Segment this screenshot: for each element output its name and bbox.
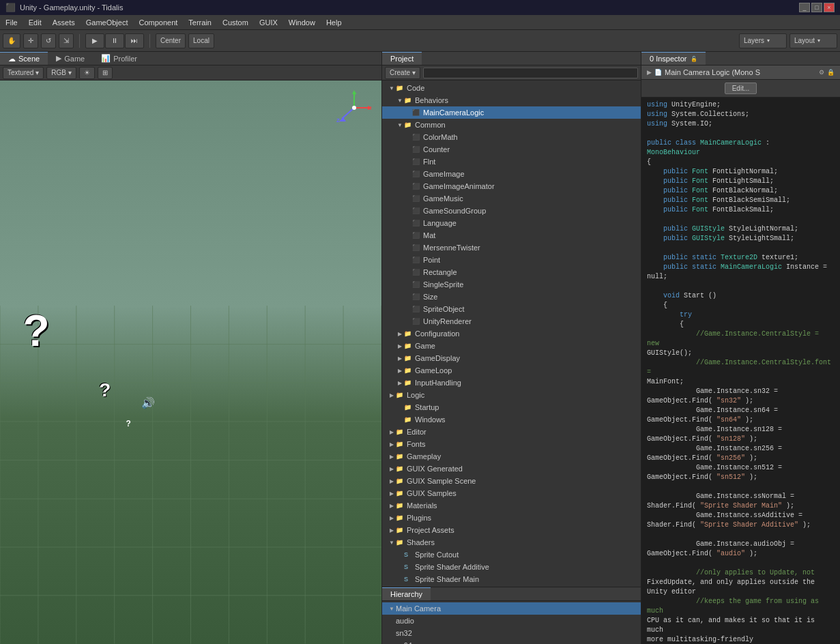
tree-guixSamples[interactable]: ▶ 📁 GUIX Samples [382, 487, 641, 499]
tree-spriteShaderAdditive[interactable]: ▶ S Sprite Shader Additive [382, 561, 641, 573]
code-line-27: //Game.Instance.CentralStyle.font = [647, 358, 835, 377]
scale-tool-btn[interactable]: ⇲ [59, 33, 74, 48]
tree-gameImage[interactable]: ▶ ⬛ GameImage [382, 168, 641, 180]
inputHandling-expand-icon: ▶ [396, 380, 404, 386]
menu-window[interactable]: Window [283, 15, 321, 29]
hierarchy-sn64[interactable]: sn64 [382, 639, 641, 644]
tree-mat[interactable]: ▶ ⬛ Mat [382, 229, 641, 241]
code-line-13 [647, 215, 835, 224]
tree-spriteCutout[interactable]: ▶ S Sprite Cutout [382, 548, 641, 561]
pause-btn[interactable]: ⏸ [105, 33, 124, 48]
menu-custom[interactable]: Custom [217, 15, 254, 29]
tree-guixSampleScene[interactable]: ▶ 📁 GUIX Sample Scene [382, 475, 641, 487]
tree-common[interactable]: ▼ 📁 Common [382, 119, 641, 131]
scene-canvas[interactable]: ? ? ? 🔊 [0, 80, 381, 644]
rotate-tool-btn[interactable]: ↺ [41, 33, 56, 48]
edit-btn[interactable]: Edit... [725, 83, 757, 94]
tree-singleSprite[interactable]: ▶ ⬛ SingleSprite [382, 278, 641, 291]
tab-profiler[interactable]: 📊 Profiler [93, 52, 145, 65]
tree-spriteShaderMain[interactable]: ▶ S Sprite Shader Main [382, 573, 641, 585]
tree-gameDisplay[interactable]: ▶ 📁 GameDisplay [382, 352, 641, 364]
minimize-btn[interactable]: _ [799, 3, 810, 12]
tree-point[interactable]: ▶ ⬛ Point [382, 254, 641, 266]
close-btn[interactable]: × [824, 3, 835, 12]
create-btn[interactable]: Create ▾ [385, 67, 420, 79]
menu-guix[interactable]: GUIX [254, 15, 283, 29]
tree-unityRenderer[interactable]: ▶ ⬛ UnityRenderer [382, 315, 641, 327]
inspector-lock-icon[interactable]: 🔓 [691, 56, 697, 62]
layers-dropdown[interactable]: Layers ▾ [739, 33, 787, 48]
tree-spriteObject[interactable]: ▶ ⬛ SpriteObject [382, 303, 641, 315]
tree-logic[interactable]: ▶ 📁 Logic [382, 389, 641, 401]
tab-hierarchy[interactable]: Hierarchy [382, 587, 431, 600]
game-icon: ▶ [56, 54, 61, 63]
tree-shaders[interactable]: ▼ 📁 Shaders [382, 536, 641, 548]
tree-gameLoop[interactable]: ▶ 📁 GameLoop [382, 364, 641, 377]
gameplay-folder-icon: 📁 [396, 453, 405, 460]
tree-code[interactable]: ▼ 📁 Code [382, 82, 641, 94]
project-tab-label: Project [390, 55, 414, 63]
layout-dropdown[interactable]: Layout ▾ [790, 33, 837, 48]
move-tool-btn[interactable]: ✛ [23, 33, 38, 48]
code-line-15: public GUIStyle StyleLightSmall; [647, 234, 835, 244]
tree-counter[interactable]: ▶ ⬛ Counter [382, 143, 641, 156]
hand-tool-btn[interactable]: ✋ [3, 33, 20, 48]
gameImage-label: GameImage [423, 170, 465, 178]
tree-colorMath[interactable]: ▶ ⬛ ColorMath [382, 131, 641, 143]
tree-rectangle[interactable]: ▶ ⬛ Rectangle [382, 266, 641, 278]
code-line-12: public Font FontBlackSmall; [647, 205, 835, 215]
tree-plugins[interactable]: ▶ 📁 Plugins [382, 512, 641, 524]
edit-btn-container: Edit... [641, 80, 840, 98]
maximize-btn[interactable]: □ [811, 3, 822, 12]
color-space-btn[interactable]: RGB ▾ [46, 67, 76, 79]
project-search[interactable] [423, 68, 638, 78]
tree-gameplay[interactable]: ▶ 📁 Gameplay [382, 450, 641, 463]
menu-edit[interactable]: Edit [23, 15, 47, 29]
tree-projectAssets[interactable]: ▶ 📁 Project Assets [382, 524, 641, 536]
tree-guixGenerated[interactable]: ▶ 📁 GUIX Generated [382, 463, 641, 475]
hierarchy-mainCamera[interactable]: ▼ Main Camera [382, 602, 641, 615]
tree-behaviors[interactable]: ▼ 📁 Behaviors [382, 94, 641, 106]
menu-file[interactable]: File [0, 15, 23, 29]
step-btn[interactable]: ⏭ [125, 33, 144, 48]
tree-configuration[interactable]: ▶ 📁 Configuration [382, 327, 641, 340]
grid-toggle[interactable]: ⊞ [98, 67, 113, 79]
play-btn[interactable]: ▶ [85, 33, 104, 48]
color-space-label: RGB [51, 69, 66, 76]
menu-gameobject[interactable]: GameObject [81, 15, 134, 29]
local-btn[interactable]: Local [188, 33, 214, 48]
lighting-toggle[interactable]: ☀ [79, 67, 95, 79]
counter-label: Counter [423, 145, 450, 153]
tab-game[interactable]: ▶ Game [48, 52, 93, 65]
tree-gameMusic[interactable]: ▶ ⬛ GameMusic [382, 192, 641, 205]
tree-fonts[interactable]: ▶ 📁 Fonts [382, 438, 641, 450]
tab-inspector[interactable]: 0 Inspector 🔓 [641, 52, 706, 65]
tree-mainCameraLogic[interactable]: ▶ ⬛ MainCameraLogic [382, 106, 641, 119]
tab-project[interactable]: Project [382, 52, 422, 65]
menu-terrain[interactable]: Terrain [183, 15, 217, 29]
tree-startup[interactable]: ▶ 📁 Startup [382, 401, 641, 413]
tree-windows[interactable]: ▶ 📁 Windows [382, 413, 641, 426]
tree-gameSoundGroup[interactable]: ▶ ⬛ GameSoundGroup [382, 205, 641, 217]
tree-language[interactable]: ▶ ⬛ Language [382, 217, 641, 229]
tree-gameImageAnimator[interactable]: ▶ ⬛ GameImageAnimator [382, 180, 641, 192]
tree-materials[interactable]: ▶ 📁 Materials [382, 499, 641, 512]
center-btn[interactable]: Center [156, 33, 186, 48]
tree-editor[interactable]: ▶ 📁 Editor [382, 426, 641, 438]
hierarchy-audio[interactable]: audio [382, 615, 641, 627]
hierarchy-sn32[interactable]: sn32 [382, 627, 641, 639]
tree-size[interactable]: ▶ ⬛ Size [382, 291, 641, 303]
menu-component[interactable]: Component [133, 15, 183, 29]
titlebar: ⬛ Unity - Gameplay.unity - Tidalis _ □ × [0, 0, 840, 15]
tab-scene[interactable]: ☁ Scene [0, 52, 48, 65]
menu-assets[interactable]: Assets [47, 15, 81, 29]
tree-inputHandling[interactable]: ▶ 📁 InputHandling [382, 377, 641, 389]
size-label: Size [423, 293, 437, 301]
tree-mersenneTwister[interactable]: ▶ ⬛ MersenneTwister [382, 241, 641, 254]
menu-help[interactable]: Help [321, 15, 347, 29]
code-line-4 [647, 129, 835, 138]
tree-game[interactable]: ▶ 📁 Game [382, 340, 641, 352]
render-mode-btn[interactable]: Textured ▾ [3, 67, 44, 79]
tree-flnt[interactable]: ▶ ⬛ Flnt [382, 156, 641, 168]
size-arrow: ▶ [404, 294, 412, 300]
